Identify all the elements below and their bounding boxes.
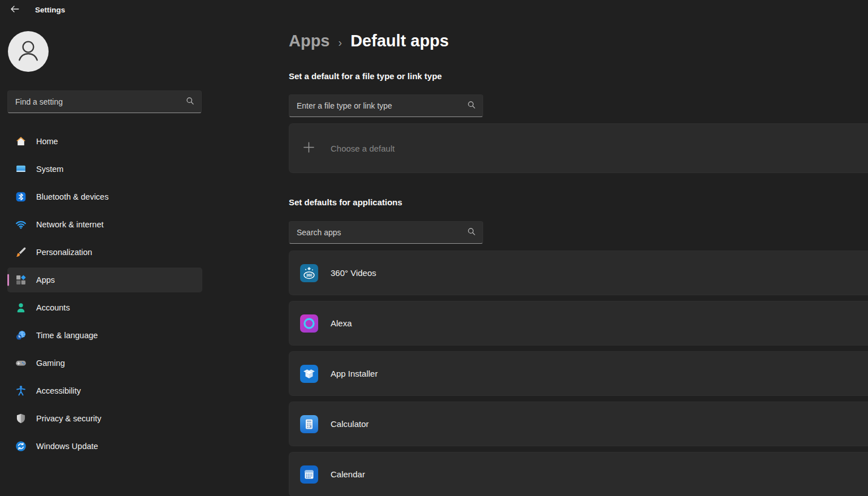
shield-icon (15, 413, 27, 424)
sync-icon (15, 441, 27, 452)
page-title: Default apps (350, 32, 449, 50)
sidebar-item-apps[interactable]: Apps (7, 268, 202, 292)
svg-text:360: 360 (306, 273, 313, 277)
accounts-person-icon (15, 302, 27, 313)
plus-icon (303, 141, 315, 156)
settings-sidebar-nav: Home System Bluetooth & devices Network … (7, 129, 202, 462)
back-arrow-icon (10, 5, 19, 15)
sidebar-item-label: Accessibility (36, 386, 81, 395)
sidebar-item-label: System (36, 165, 63, 174)
accessibility-person-icon (15, 385, 27, 396)
app-row-app-installer[interactable]: App Installer (289, 351, 868, 396)
app-name: Alexa (331, 318, 352, 328)
person-icon (13, 35, 44, 68)
back-button[interactable] (6, 2, 24, 17)
app-row-360-videos[interactable]: 360 360° Videos (289, 251, 868, 295)
sidebar-item-label: Personalization (36, 248, 92, 257)
sidebar-item-label: Network & internet (36, 220, 103, 229)
gamepad-icon (15, 357, 27, 369)
breadcrumb: Apps › Default apps (289, 32, 449, 50)
sidebar-item-label: Windows Update (36, 442, 98, 451)
find-a-setting-input[interactable] (15, 97, 186, 106)
app-name: 360° Videos (331, 268, 376, 278)
file-type-search-input[interactable] (297, 101, 467, 110)
sidebar-item-accounts[interactable]: Accounts (7, 295, 202, 320)
choose-a-default-label: Choose a default (331, 144, 394, 153)
app-row-calendar[interactable]: Calendar (289, 452, 868, 496)
app-name: Calendar (331, 469, 365, 479)
app-name: Calculator (331, 419, 369, 429)
wifi-icon (15, 219, 27, 230)
search-apps-searchbox[interactable] (289, 221, 483, 244)
choose-a-default-button[interactable]: Choose a default (289, 123, 868, 173)
system-icon (15, 163, 27, 175)
sidebar-item-network-internet[interactable]: Network & internet (7, 212, 202, 237)
sidebar-item-label: Bluetooth & devices (36, 192, 108, 201)
selection-pill (7, 274, 9, 286)
file-type-searchbox[interactable] (289, 94, 483, 117)
sidebar-item-label: Apps (36, 275, 55, 284)
search-icon (186, 97, 194, 107)
sidebar-item-bluetooth-devices[interactable]: Bluetooth & devices (7, 184, 202, 209)
window-title: Settings (35, 6, 65, 14)
sidebar-item-label: Time & language (36, 331, 98, 340)
paintbrush-icon (15, 247, 27, 258)
sidebar-item-label: Privacy & security (36, 414, 101, 423)
sidebar-item-accessibility[interactable]: Accessibility (7, 378, 202, 403)
search-icon (467, 227, 476, 238)
360-videos-app-icon: 360 (300, 264, 318, 282)
search-icon (467, 101, 476, 111)
default-apps-list: 360 360° Videos Alexa App Installer Calc… (289, 251, 868, 496)
calculator-app-icon (300, 415, 318, 433)
app-row-alexa[interactable]: Alexa (289, 301, 868, 346)
file-type-section-heading: Set a default for a file type or link ty… (289, 71, 442, 81)
breadcrumb-apps-link[interactable]: Apps (289, 32, 330, 50)
sidebar-item-privacy-security[interactable]: Privacy & security (7, 406, 202, 431)
user-avatar[interactable] (8, 31, 49, 72)
defaults-section-heading: Set defaults for applications (289, 197, 402, 207)
app-row-calculator[interactable]: Calculator (289, 402, 868, 446)
sidebar-item-label: Gaming (36, 359, 65, 368)
titlebar: Settings (0, 0, 65, 19)
globe-clock-icon (15, 330, 27, 341)
sidebar-item-system[interactable]: System (7, 157, 202, 182)
app-installer-app-icon (300, 365, 318, 383)
app-name: App Installer (331, 369, 377, 378)
calendar-app-icon (300, 465, 318, 484)
find-a-setting-searchbox[interactable] (7, 90, 202, 113)
sidebar-item-personalization[interactable]: Personalization (7, 240, 202, 265)
apps-icon (15, 274, 27, 286)
search-apps-input[interactable] (297, 228, 467, 237)
sidebar-item-time-language[interactable]: Time & language (7, 323, 202, 348)
sidebar-item-label: Home (36, 137, 58, 146)
sidebar-item-label: Accounts (36, 303, 70, 312)
sidebar-item-gaming[interactable]: Gaming (7, 351, 202, 376)
home-icon (15, 136, 27, 147)
bluetooth-icon (15, 191, 27, 202)
chevron-right-icon: › (338, 33, 342, 49)
sidebar-item-windows-update[interactable]: Windows Update (7, 434, 202, 459)
sidebar-item-home[interactable]: Home (7, 129, 202, 154)
alexa-app-icon (300, 314, 318, 333)
